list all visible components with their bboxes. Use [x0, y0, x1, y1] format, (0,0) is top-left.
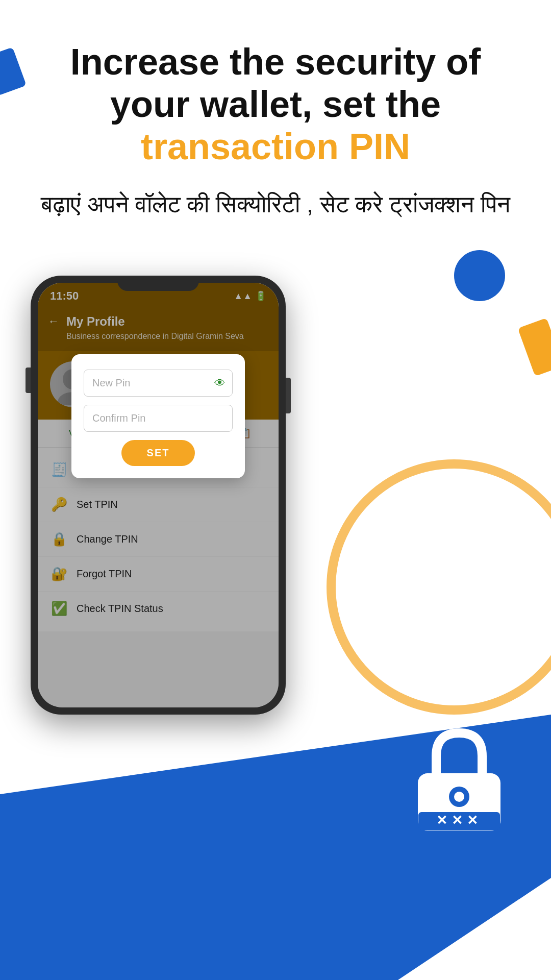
header-subtitle: बढ़ाएं अपने वॉलेट की सिक्योरिटी , सेट कर…	[41, 188, 510, 220]
set-pin-button[interactable]: SET	[121, 440, 195, 466]
bg-orange-arc	[327, 459, 551, 715]
header-title: Increase the security of your wallet, se…	[41, 41, 510, 167]
bg-orange-shape	[518, 318, 551, 376]
header-section: Increase the security of your wallet, se…	[0, 0, 551, 236]
confirm-pin-wrapper	[84, 405, 233, 432]
confirm-pin-input[interactable]	[84, 405, 233, 432]
svg-text:✕✕✕: ✕✕✕	[436, 813, 482, 828]
header-highlight: transaction PIN	[141, 126, 410, 167]
phone-shell: 11:50 ▲▲ 🔋 ← My Profile Business corresp…	[31, 276, 286, 715]
header-line2: your wallet, set the	[110, 84, 441, 125]
dialog-overlay: 👁 SET	[38, 283, 279, 707]
phone-mockup: 11:50 ▲▲ 🔋 ← My Profile Business corresp…	[31, 276, 286, 715]
new-pin-input[interactable]	[84, 370, 233, 397]
header-line1: Increase the security of	[70, 41, 481, 82]
lock-icon: ✕✕✕	[408, 723, 510, 835]
bg-circle-right	[454, 250, 505, 301]
phone-screen: 11:50 ▲▲ 🔋 ← My Profile Business corresp…	[38, 283, 279, 707]
eye-icon[interactable]: 👁	[214, 377, 226, 390]
lock-icon-area: ✕✕✕	[408, 723, 510, 837]
svg-point-4	[454, 792, 464, 802]
phone-notch	[117, 276, 199, 291]
new-pin-wrapper: 👁	[84, 370, 233, 397]
pin-dialog: 👁 SET	[71, 354, 245, 478]
